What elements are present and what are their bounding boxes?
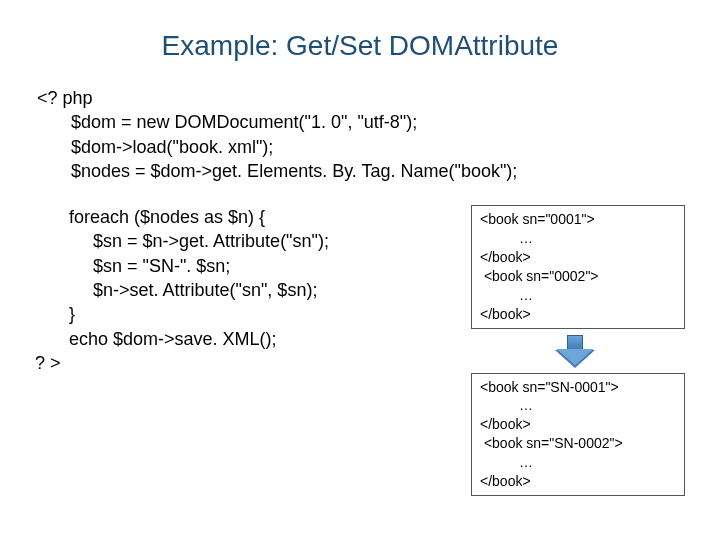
code-block-left: foreach ($nodes as $n) { $sn = $n->get. …	[35, 205, 465, 496]
xml-line: </book>	[480, 248, 676, 267]
arrow-down-icon	[465, 335, 685, 369]
code-line: foreach ($nodes as $n) {	[35, 205, 465, 229]
xml-output-column: <book sn="0001"> … </book> <book sn="000…	[465, 205, 685, 496]
columns: foreach ($nodes as $n) { $sn = $n->get. …	[35, 205, 685, 496]
xml-line: <book sn="0002">	[480, 267, 676, 286]
xml-line: <book sn="SN-0002">	[480, 434, 676, 453]
code-line: $dom = new DOMDocument("1. 0", "utf-8");	[37, 110, 685, 134]
xml-line: <book sn="SN-0001">	[480, 378, 676, 397]
code-line: echo $dom->save. XML();	[35, 327, 465, 351]
code-line: ? >	[35, 351, 465, 375]
xml-line: …	[480, 453, 676, 472]
xml-line: </book>	[480, 305, 676, 324]
xml-line: </book>	[480, 472, 676, 491]
slide: Example: Get/Set DOMAttribute <? php $do…	[0, 0, 720, 540]
xml-line: …	[480, 229, 676, 248]
code-line: $nodes = $dom->get. Elements. By. Tag. N…	[37, 159, 685, 183]
code-block-top: <? php $dom = new DOMDocument("1. 0", "u…	[37, 86, 685, 183]
xml-line: </book>	[480, 415, 676, 434]
code-line: $sn = "SN-". $sn;	[35, 254, 465, 278]
code-line: $sn = $n->get. Attribute("sn");	[35, 229, 465, 253]
code-line: <? php	[37, 86, 685, 110]
code-line: }	[35, 302, 465, 326]
slide-title: Example: Get/Set DOMAttribute	[35, 30, 685, 62]
xml-line: …	[480, 396, 676, 415]
xml-before-box: <book sn="0001"> … </book> <book sn="000…	[471, 205, 685, 328]
code-line: $dom->load("book. xml");	[37, 135, 685, 159]
xml-line: …	[480, 286, 676, 305]
xml-after-box: <book sn="SN-0001"> … </book> <book sn="…	[471, 373, 685, 496]
xml-line: <book sn="0001">	[480, 210, 676, 229]
code-line: $n->set. Attribute("sn", $sn);	[35, 278, 465, 302]
